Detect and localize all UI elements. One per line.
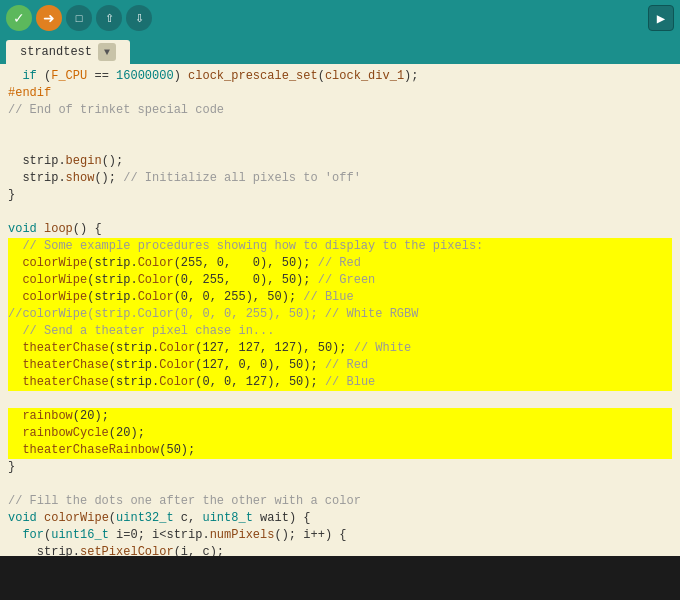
code-line-highlighted: rainbowCycle(20); (8, 425, 672, 442)
new-button[interactable]: □ (66, 5, 92, 31)
code-line: if (F_CPU == 16000000) clock_prescale_se… (8, 68, 672, 85)
code-line (8, 119, 672, 136)
tab-dropdown-icon[interactable]: ▼ (98, 43, 116, 61)
tabbar: strandtest ▼ (0, 36, 680, 64)
tab-strandtest[interactable]: strandtest ▼ (6, 40, 130, 64)
serial-monitor-icon[interactable]: ▶ (648, 5, 674, 31)
code-line: #endif (8, 85, 672, 102)
code-line-highlighted: colorWipe(strip.Color(0, 0, 255), 50); /… (8, 289, 672, 306)
code-line (8, 476, 672, 493)
code-line-highlighted: theaterChase(strip.Color(0, 0, 127), 50)… (8, 374, 672, 391)
code-editor[interactable]: if (F_CPU == 16000000) clock_prescale_se… (0, 64, 680, 556)
code-line (8, 391, 672, 408)
code-line-highlighted: colorWipe(strip.Color(255, 0, 0), 50); /… (8, 255, 672, 272)
code-line-highlighted: //colorWipe(strip.Color(0, 0, 0, 255), 5… (8, 306, 672, 323)
code-line: } (8, 187, 672, 204)
open-button[interactable]: ⇧ (96, 5, 122, 31)
code-line: strip.show(); // Initialize all pixels t… (8, 170, 672, 187)
toolbar: ✓ ➜ □ ⇧ ⇩ ▶ (0, 0, 680, 36)
code-line: void loop() { (8, 221, 672, 238)
tab-label: strandtest (20, 45, 92, 59)
code-line-highlighted: // Send a theater pixel chase in... (8, 323, 672, 340)
verify-button[interactable]: ✓ (6, 5, 32, 31)
code-line: void colorWipe(uint32_t c, uint8_t wait)… (8, 510, 672, 527)
code-line: // End of trinket special code (8, 102, 672, 119)
code-line: // Fill the dots one after the other wit… (8, 493, 672, 510)
code-line-highlighted: colorWipe(strip.Color(0, 255, 0), 50); /… (8, 272, 672, 289)
editor: if (F_CPU == 16000000) clock_prescale_se… (0, 64, 680, 556)
code-line (8, 136, 672, 153)
code-line-highlighted: // Some example procedures showing how t… (8, 238, 672, 255)
code-line-highlighted: theaterChase(strip.Color(127, 127, 127),… (8, 340, 672, 357)
save-button[interactable]: ⇩ (126, 5, 152, 31)
code-line-highlighted: theaterChase(strip.Color(127, 0, 0), 50)… (8, 357, 672, 374)
code-line: strip.setPixelColor(i, c); (8, 544, 672, 556)
code-line (8, 204, 672, 221)
code-line: strip.begin(); (8, 153, 672, 170)
upload-button[interactable]: ➜ (36, 5, 62, 31)
code-line: for(uint16_t i=0; i<strip.numPixels(); i… (8, 527, 672, 544)
code-line-highlighted: theaterChaseRainbow(50); (8, 442, 672, 459)
statusbar (0, 556, 680, 600)
code-line-highlighted: rainbow(20); (8, 408, 672, 425)
code-line: } (8, 459, 672, 476)
